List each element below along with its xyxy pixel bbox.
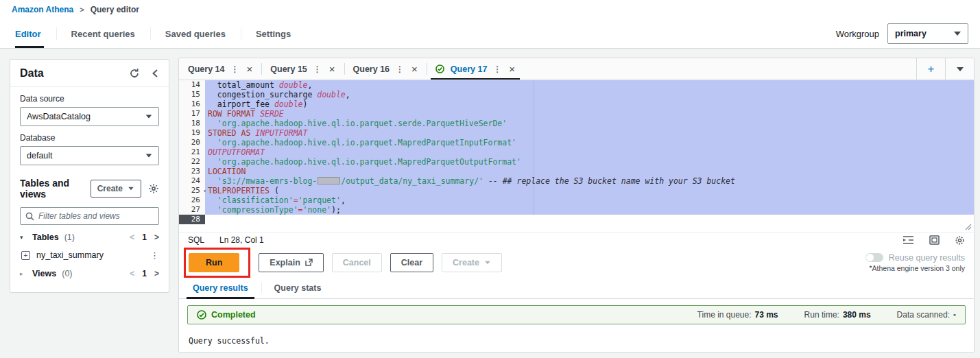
new-query-tab-button[interactable]: + xyxy=(916,58,945,80)
code-line-28: 28 xyxy=(179,215,974,224)
caret-right-icon[interactable]: ▸ xyxy=(20,270,27,277)
top-tab-recent-queries[interactable]: Recent queries xyxy=(56,19,150,48)
tree-group-tables[interactable]: ▾Tables(1)<1> xyxy=(20,228,159,246)
close-tab-icon[interactable]: × xyxy=(246,63,253,75)
page-prev-icon[interactable]: < xyxy=(130,232,134,242)
code-text[interactable]: total_amount double, xyxy=(205,80,974,90)
clear-button[interactable]: Clear xyxy=(390,253,433,272)
chevron-down-icon xyxy=(957,67,964,71)
page-prev-icon[interactable]: < xyxy=(130,269,134,278)
resize-handle-icon[interactable] xyxy=(965,224,972,230)
workgroup-select[interactable]: primary xyxy=(887,23,968,44)
query-tab-query-14[interactable]: Query 14⋮× xyxy=(179,58,261,80)
code-line-20: 20 'org.apache.hadoop.hive.ql.io.parquet… xyxy=(179,138,974,147)
sql-code-editor[interactable]: 14 total_amount double,15 congestion_sur… xyxy=(179,80,974,224)
top-tab-saved-queries[interactable]: Saved queries xyxy=(150,19,241,48)
tab-menu-icon[interactable]: ⋮ xyxy=(313,64,322,74)
tab-menu-icon[interactable]: ⋮ xyxy=(231,64,239,74)
query-metrics: Time in queue:73 msRun time:380 msData s… xyxy=(697,310,956,320)
top-tab-editor[interactable]: Editor xyxy=(12,19,56,48)
code-token: 'none' xyxy=(303,205,332,215)
chevron-down-icon xyxy=(954,32,961,36)
table-actions-menu-icon[interactable]: ⋮ xyxy=(150,250,159,261)
code-line-15: 15 congestion_surcharge double, xyxy=(179,90,974,99)
code-token: total_amount xyxy=(208,80,279,90)
external-link-icon xyxy=(305,259,313,266)
caret-down-icon[interactable]: ▾ xyxy=(20,234,27,241)
database-select[interactable]: default xyxy=(20,146,159,165)
query-tab-label: Query 14 xyxy=(188,64,225,74)
data-source-select[interactable]: AwsDataCatalog xyxy=(20,107,159,126)
query-tab-query-16[interactable]: Query 16⋮× xyxy=(344,58,427,80)
breadcrumb-root-link[interactable]: Amazon Athena xyxy=(12,5,73,14)
reuse-query-results-toggle[interactable] xyxy=(865,253,883,262)
tree-group-views[interactable]: ▸Views(0)<1> xyxy=(20,264,159,283)
code-text[interactable]: 'org.apache.hadoop.hive.ql.io.parquet.Ma… xyxy=(205,157,974,167)
close-tab-icon[interactable]: × xyxy=(410,63,418,75)
code-token: 'org.apache.hadoop.hive.ql.io.parquet.se… xyxy=(217,119,507,128)
top-tab-settings[interactable]: Settings xyxy=(241,19,306,48)
code-text[interactable]: TBLPROPERTIES ( xyxy=(205,186,974,195)
table-item-ny-taxi-summary[interactable]: +ny_taxi_summary⋮ xyxy=(20,246,159,264)
refresh-icon[interactable] xyxy=(129,68,140,79)
query-tab-query-15[interactable]: Query 15⋮× xyxy=(261,58,344,80)
code-token: SERDE xyxy=(260,109,284,119)
cancel-button[interactable]: Cancel xyxy=(332,253,382,272)
explain-button[interactable]: Explain xyxy=(259,253,323,272)
data-source-label: Data source xyxy=(20,94,159,104)
page-next-icon[interactable]: > xyxy=(154,232,159,242)
code-text[interactable]: 'classification'='parquet', xyxy=(205,195,974,205)
code-text[interactable]: OUTPUTFORMAT xyxy=(205,147,974,157)
code-line-23: 23LOCATION xyxy=(179,167,974,176)
tab-menu-icon[interactable]: ⋮ xyxy=(493,64,501,74)
line-number: 25▾ xyxy=(179,186,205,195)
code-line-17: 17ROW FORMAT SERDE xyxy=(179,109,974,119)
fold-caret-icon[interactable]: ▾ xyxy=(203,187,206,196)
code-text[interactable]: airport_fee double) xyxy=(205,99,974,109)
chevron-down-icon xyxy=(146,154,152,157)
code-text[interactable]: LOCATION xyxy=(205,167,974,176)
tables-views-tree: ▾Tables(1)<1>+ny_taxi_summary⋮▸Views(0)<… xyxy=(20,228,159,283)
actions-toolbar: Run Explain Cancel Clear Create Reuse qu… xyxy=(179,248,974,277)
chevron-down-icon xyxy=(146,115,152,118)
filter-tables-input[interactable] xyxy=(38,211,154,221)
code-text[interactable]: 's3://mwaa-emrs-blog-/output_data/ny_tax… xyxy=(205,176,974,186)
expand-table-icon[interactable]: + xyxy=(21,251,30,260)
data-sidebar: Data Data source AwsDataCatalog Database… xyxy=(10,59,169,293)
code-token: = xyxy=(294,195,298,205)
engine-version-note: *Athena engine version 3 only xyxy=(869,264,965,272)
close-tab-icon[interactable]: × xyxy=(507,63,515,75)
tab-list-menu-button[interactable] xyxy=(945,58,974,80)
gear-icon[interactable] xyxy=(148,183,159,194)
group-count: (1) xyxy=(64,232,75,242)
code-text[interactable] xyxy=(205,215,974,224)
query-tab-query-17[interactable]: Query 17⋮× xyxy=(427,58,524,80)
editor-settings-gear-icon[interactable] xyxy=(955,235,965,246)
code-text[interactable]: ROW FORMAT SERDE xyxy=(205,109,974,119)
results-tab-query-stats[interactable]: Query stats xyxy=(261,277,335,298)
collapse-panel-icon[interactable] xyxy=(151,69,159,78)
code-text[interactable]: STORED AS INPUTFORMAT xyxy=(205,128,974,138)
code-text[interactable]: 'compressionType'='none'); xyxy=(205,205,974,215)
metric-value: 380 ms xyxy=(843,310,871,320)
results-tab-query-results[interactable]: Query results xyxy=(180,277,261,298)
table-name: ny_taxi_summary xyxy=(36,250,104,260)
line-number: 15 xyxy=(179,90,205,99)
code-text[interactable]: 'org.apache.hadoop.hive.ql.io.parquet.se… xyxy=(205,119,974,128)
code-text[interactable]: congestion_surcharge double, xyxy=(205,90,974,99)
data-panel-title: Data xyxy=(20,67,44,80)
shortcuts-panel-icon[interactable] xyxy=(929,235,940,245)
code-token: 'org.apache.hadoop.hive.ql.io.parquet.Ma… xyxy=(217,157,521,167)
create-query-button[interactable]: Create xyxy=(442,253,502,272)
run-annotation-box: Run xyxy=(184,248,250,278)
page-next-icon[interactable]: > xyxy=(154,269,159,278)
database-value: default xyxy=(27,151,53,160)
format-query-icon[interactable] xyxy=(903,235,914,245)
code-text[interactable]: 'org.apache.hadoop.hive.ql.io.parquet.Ma… xyxy=(205,138,974,147)
query-tab-spacer xyxy=(524,58,916,80)
reuse-query-results-label: Reuse query results xyxy=(889,253,965,263)
tab-menu-icon[interactable]: ⋮ xyxy=(396,64,404,74)
run-button[interactable]: Run xyxy=(189,253,239,272)
close-tab-icon[interactable]: × xyxy=(328,63,335,75)
create-button[interactable]: Create xyxy=(91,180,141,198)
